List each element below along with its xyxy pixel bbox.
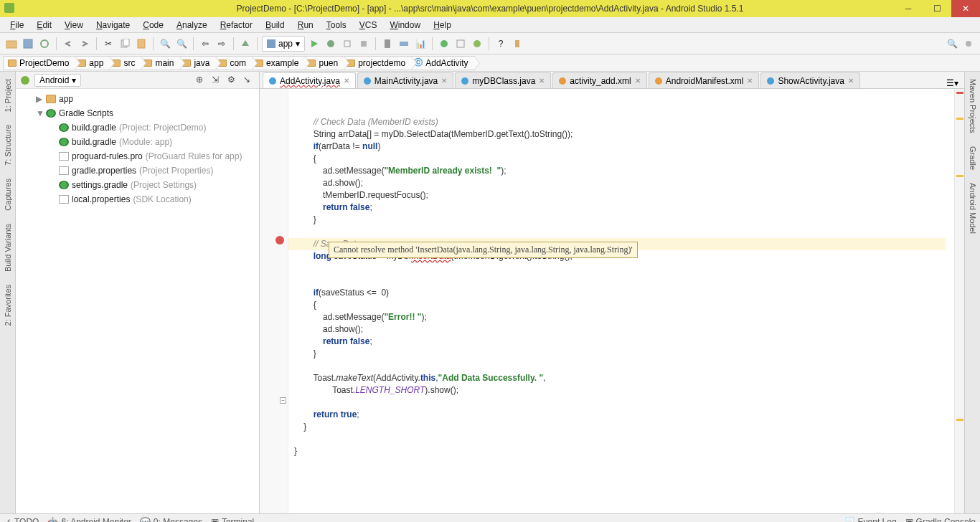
save-icon[interactable]	[21, 37, 35, 51]
error-stripe-marker[interactable]	[956, 92, 963, 94]
run-icon[interactable]	[307, 37, 321, 51]
tree-item-localproperties[interactable]: local.properties (SDK Location)	[16, 192, 259, 207]
project-structure-icon[interactable]	[453, 37, 468, 51]
avd-manager-icon[interactable]	[380, 37, 395, 51]
redo-icon[interactable]	[77, 37, 92, 51]
copy-icon[interactable]	[118, 37, 132, 51]
menu-run[interactable]: Run	[292, 19, 319, 32]
tree-item-proguardrulespro[interactable]: proguard-rules.pro (ProGuard Rules for a…	[16, 149, 259, 163]
crumb-projectdemo[interactable]: ProjectDemo	[3, 56, 75, 70]
tree-item-buildgradle[interactable]: build.gradle (Project: ProjectDemo)	[16, 120, 259, 135]
settings-gear-icon[interactable]: ⚙	[227, 75, 239, 86]
paste-icon[interactable]	[134, 37, 149, 51]
svg-rect-11	[400, 42, 408, 46]
tab-mainactivityjava[interactable]: MainActivity.java✕	[357, 72, 453, 88]
bottom-tab-messages[interactable]: 💬0: Messages	[140, 517, 202, 523]
menu-view[interactable]: View	[59, 19, 89, 32]
android-icon[interactable]	[470, 37, 484, 51]
tree-item-app[interactable]: ▶app	[16, 92, 259, 106]
bottom-tab-gradleconsole[interactable]: ▣Gradle Console	[905, 517, 976, 523]
close-button[interactable]: ✕	[951, 0, 980, 17]
tab-activityaddxml[interactable]: activity_add.xml✕	[552, 72, 646, 88]
menu-tools[interactable]: Tools	[321, 19, 352, 32]
debug-icon[interactable]	[324, 37, 338, 51]
menu-vcs[interactable]: VCS	[354, 19, 383, 32]
settings-icon[interactable]	[961, 37, 976, 51]
right-strip-mavenprojects[interactable]: Maven Projects	[969, 75, 977, 138]
module-icon	[267, 39, 275, 48]
tree-item-buildgradle[interactable]: build.gradle (Module: app)	[16, 135, 259, 149]
tab-showactivityjava[interactable]: ShowActivity.java✕	[760, 72, 859, 88]
tree-item-settingsgradle[interactable]: settings.gradle (Project Settings)	[16, 178, 259, 192]
menu-refactor[interactable]: Refactor	[215, 19, 258, 32]
tab-mydbclassjava[interactable]: myDBClass.java✕	[455, 72, 551, 88]
error-stripe[interactable]	[954, 89, 964, 513]
right-strip-androidmodel[interactable]: Android Model	[969, 179, 977, 238]
tree-item-gradlescripts[interactable]: ▼Gradle Scripts	[16, 106, 259, 120]
menu-analyze[interactable]: Analyze	[171, 19, 213, 32]
gradle-sync-icon[interactable]	[437, 37, 451, 51]
build-icon[interactable]	[238, 37, 253, 51]
menu-window[interactable]: Window	[384, 19, 426, 32]
back-icon[interactable]: ⇦	[198, 37, 212, 51]
warn-stripe-marker[interactable]	[956, 419, 963, 421]
code-content[interactable]: // Check Data (MemberID exists) String a…	[288, 89, 954, 513]
bottom-tab-eventlog[interactable]: 📃Event Log	[844, 517, 897, 523]
fold-marker-icon[interactable]: −	[280, 397, 286, 404]
bottom-tab-todo[interactable]: ✓TODO	[4, 517, 39, 523]
tab-close-icon[interactable]: ✕	[441, 77, 447, 85]
tab-close-icon[interactable]: ✕	[539, 77, 545, 85]
left-strip-project[interactable]: 1: Project	[4, 75, 12, 116]
sync-icon[interactable]	[37, 37, 52, 51]
tabs-dropdown-icon[interactable]: ☰▾	[946, 78, 958, 88]
ddms-icon[interactable]: 📊	[413, 37, 428, 51]
error-marker-icon[interactable]	[275, 236, 284, 245]
tab-close-icon[interactable]: ✕	[344, 77, 349, 85]
left-strip-captures[interactable]: Captures	[4, 174, 12, 215]
bottom-tab-terminal[interactable]: ▣Terminal	[211, 517, 254, 523]
menu-build[interactable]: Build	[260, 19, 291, 32]
maximize-button[interactable]: ☐	[923, 0, 951, 17]
tab-addactivityjava[interactable]: AddActivity.java✕	[263, 72, 356, 88]
minimize-button[interactable]: ─	[894, 0, 923, 17]
tab-close-icon[interactable]: ✕	[747, 77, 753, 85]
stop-icon[interactable]	[357, 37, 371, 51]
forward-icon[interactable]: ⇨	[215, 37, 229, 51]
tips-icon[interactable]	[510, 37, 524, 51]
menu-help[interactable]: Help	[428, 19, 457, 32]
attach-debugger-icon[interactable]	[340, 37, 354, 51]
replace-icon[interactable]: 🔍	[174, 37, 189, 51]
tab-androidmanifestxml[interactable]: AndroidManifest.xml✕	[649, 72, 760, 88]
bottom-tab-androidmonitor[interactable]: 🤖6: Android Monitor	[47, 517, 131, 523]
run-config-select[interactable]: app ▾	[262, 36, 305, 52]
left-strip-favorites[interactable]: 2: Favorites	[4, 280, 12, 330]
cut-icon[interactable]: ✂	[101, 37, 116, 51]
menu-edit[interactable]: Edit	[31, 19, 57, 32]
crumb-projectdemo[interactable]: projectdemo	[341, 56, 412, 70]
undo-icon[interactable]	[61, 37, 75, 51]
warn-stripe-marker[interactable]	[956, 175, 963, 177]
crumb-example[interactable]: example	[250, 56, 305, 70]
left-strip-buildvariants[interactable]: Build Variants	[4, 219, 12, 276]
help-icon[interactable]: ?	[494, 37, 508, 51]
right-strip-gradle[interactable]: Gradle	[969, 142, 977, 174]
hide-sidebar-icon[interactable]: ↘	[243, 75, 255, 86]
tree-item-gradleproperties[interactable]: gradle.properties (Project Properties)	[16, 163, 259, 178]
search-everywhere-icon[interactable]: 🔍	[945, 37, 959, 51]
warn-stripe-marker[interactable]	[956, 118, 963, 120]
crumb-addactivity[interactable]: ⓒAddActivity	[409, 56, 474, 70]
code-editor[interactable]: − // Check Data (MemberID exists) String…	[260, 89, 964, 513]
app-icon	[4, 3, 14, 13]
project-view-select[interactable]: Android▾	[34, 74, 81, 87]
tab-close-icon[interactable]: ✕	[635, 77, 641, 85]
tab-close-icon[interactable]: ✕	[848, 77, 854, 85]
left-strip-structure[interactable]: 7: Structure	[4, 120, 12, 170]
open-icon[interactable]	[4, 37, 19, 51]
menu-code[interactable]: Code	[137, 19, 169, 32]
sdk-manager-icon[interactable]	[397, 37, 411, 51]
menu-navigate[interactable]: Navigate	[90, 19, 136, 32]
scroll-from-source-icon[interactable]: ⊕	[196, 75, 207, 86]
menu-file[interactable]: File	[4, 19, 29, 32]
find-icon[interactable]: 🔍	[158, 37, 172, 51]
collapse-all-icon[interactable]: ⇲	[212, 75, 223, 86]
